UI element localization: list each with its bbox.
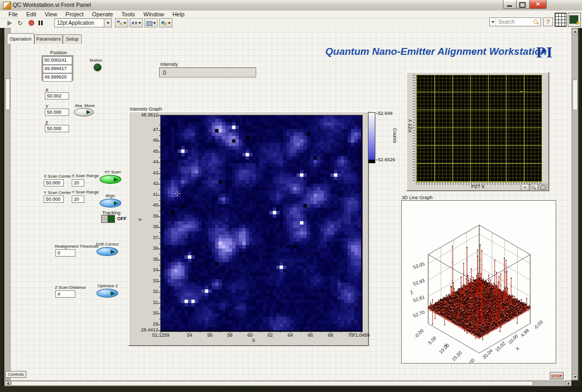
reorder-icon <box>161 21 167 25</box>
drift-correct-button[interactable] <box>96 247 118 256</box>
abs-move-button[interactable] <box>74 108 94 116</box>
tick-label: 33 <box>135 278 158 283</box>
search-icon <box>533 19 539 25</box>
run-continuous-button[interactable]: ↻ <box>16 19 24 27</box>
align-button[interactable] <box>100 199 121 208</box>
x-axis-label: X <box>252 338 255 343</box>
x-input[interactable]: 50.002 <box>45 92 69 100</box>
tick-mark <box>159 319 161 319</box>
distribute-objects-button[interactable] <box>130 18 143 27</box>
h-scroll-right-arrow[interactable] <box>566 381 571 386</box>
menu-edit[interactable]: Edit <box>22 11 41 17</box>
intensity-label: Intensity <box>160 62 178 67</box>
tick-mark <box>158 184 161 184</box>
tick-mark <box>158 303 161 303</box>
titlebar[interactable]: QC Workstation.vi Front Panel ✕ <box>0 0 582 11</box>
xy-scan-button[interactable] <box>100 175 121 184</box>
hand-icon <box>540 185 546 190</box>
tick-label: 71.0459 <box>348 332 374 338</box>
graph-pan-button[interactable] <box>539 184 547 191</box>
tab-parameters[interactable]: Parameters <box>34 34 63 44</box>
search-scope-dropdown[interactable] <box>490 18 496 26</box>
line3d-frame <box>401 200 556 364</box>
y-scan-range-input[interactable]: 20 <box>72 195 84 203</box>
x-scan-range-input[interactable]: 20 <box>72 179 84 187</box>
zoom-icon <box>531 185 536 190</box>
reorder-button[interactable] <box>159 18 172 27</box>
realignment-threshold-input[interactable]: 0 <box>55 249 75 257</box>
z-input[interactable]: 50.000 <box>45 125 69 132</box>
abort-button[interactable] <box>27 19 35 27</box>
y-scan-center-input[interactable]: 50.000 <box>44 195 64 203</box>
tick-mark <box>159 200 161 201</box>
tick-mark <box>260 331 260 332</box>
tracking-toggle[interactable] <box>101 215 115 223</box>
tick-label: 39 <box>135 213 158 219</box>
tick-mark <box>158 313 161 314</box>
desktop-edge-left <box>0 28 4 392</box>
tick-label: 44 <box>135 159 158 164</box>
minimize-button[interactable] <box>503 0 517 9</box>
align-objects-button[interactable] <box>115 18 128 27</box>
search-input[interactable]: Search <box>496 19 533 25</box>
tick-mark <box>158 162 161 163</box>
font-selector[interactable]: 12pt Application Font <box>54 18 106 27</box>
y-input[interactable]: 50.000 <box>45 109 69 116</box>
alignment-grid-icon[interactable] <box>555 13 567 27</box>
controls-button[interactable]: Controls <box>5 371 26 378</box>
v-scrollbar-thumb[interactable] <box>573 80 578 110</box>
menu-help[interactable]: Help <box>168 11 189 17</box>
tick-mark <box>159 308 161 309</box>
tab-setup[interactable]: Setup <box>63 34 82 44</box>
pi-logo: PI <box>536 43 553 61</box>
maximize-icon <box>519 2 526 8</box>
graph-crosshair-button[interactable]: + <box>521 184 529 191</box>
vi-window-icon[interactable] <box>568 13 581 27</box>
left-scrollbar[interactable] <box>4 28 11 380</box>
tick-label: 42 <box>135 181 158 186</box>
h-scroll-left-arrow[interactable] <box>5 381 11 386</box>
y-axis-label: Y <box>138 218 143 221</box>
tick-mark <box>159 265 161 266</box>
run-button[interactable] <box>5 19 14 27</box>
v-scroll-down-arrow[interactable] <box>572 374 578 380</box>
menu-window[interactable]: Window <box>139 11 168 17</box>
z-scan-distance-label: Z Scan Distance <box>55 285 86 290</box>
stop-button[interactable]: STOP <box>550 372 564 379</box>
intensity-indicator: 0 <box>159 67 256 77</box>
left-scrollbar-thumb[interactable] <box>5 79 10 110</box>
font-selector-arrow[interactable] <box>104 18 112 27</box>
tick-mark <box>250 331 250 333</box>
menu-file[interactable]: File <box>4 11 22 17</box>
motion-led <box>94 64 101 71</box>
h-scrollbar[interactable] <box>4 380 571 386</box>
close-button[interactable]: ✕ <box>529 0 547 9</box>
pause-icon <box>38 21 40 25</box>
labview-icon <box>3 2 11 9</box>
menu-project[interactable]: Project <box>61 11 88 17</box>
x-scan-center-input[interactable]: 50.000 <box>44 179 64 187</box>
optimize-z-button[interactable] <box>96 289 118 298</box>
pause-button[interactable] <box>37 19 44 27</box>
graph-zoom-button[interactable] <box>530 184 538 191</box>
menu-tools[interactable]: Tools <box>117 11 139 17</box>
menu-view[interactable]: View <box>41 11 62 17</box>
tick-label: 32 <box>135 289 158 294</box>
h-scrollbar-thumb[interactable] <box>11 381 533 386</box>
tick-mark <box>158 130 161 131</box>
v-scroll-up-arrow[interactable] <box>572 28 578 34</box>
position-value-y: 49.999417 <box>43 65 72 73</box>
tab-operation[interactable]: Operation <box>7 33 34 44</box>
tick-label: 37 <box>135 235 158 240</box>
search-box[interactable]: Search <box>489 17 541 26</box>
z-scan-distance-input[interactable]: 4 <box>55 290 75 298</box>
tick-label: 46 <box>135 138 158 143</box>
tick-label: 34 <box>135 267 158 272</box>
menu-operate[interactable]: Operate <box>88 11 118 17</box>
tick-mark <box>200 331 200 332</box>
minimize-icon <box>507 5 512 7</box>
resize-objects-button[interactable] <box>144 18 158 27</box>
tick-mark <box>158 270 161 271</box>
v-scrollbar[interactable] <box>571 28 578 380</box>
context-help-button[interactable]: ? <box>543 17 553 26</box>
